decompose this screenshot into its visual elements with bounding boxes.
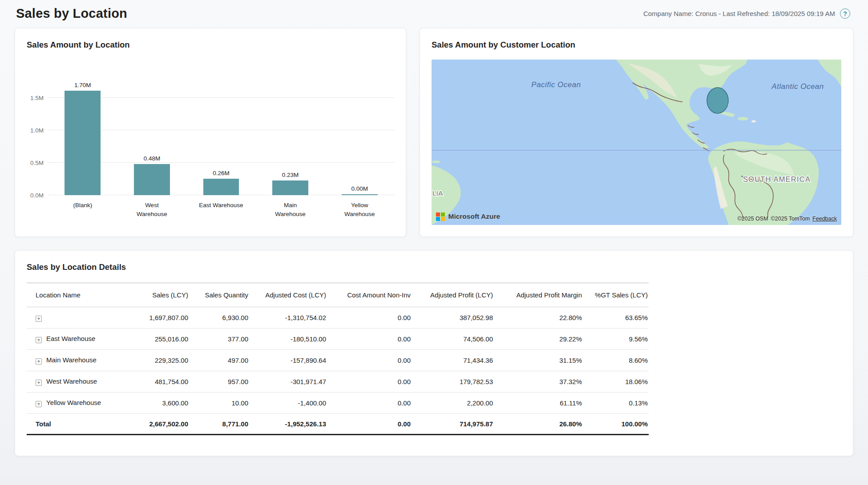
chart-plot-area: 1.70M0.48M0.26M0.23M0.00M — [48, 82, 394, 195]
cell-cost-amount-non-inv: 0.00 — [327, 414, 412, 435]
cell-adjusted-profit-lcy: 74,506.00 — [412, 329, 494, 350]
location-name-text: Total — [36, 420, 51, 428]
location-name-text: Main Warehouse — [46, 356, 97, 364]
x-axis-label-main-warehouse: MainWarehouse — [256, 201, 325, 219]
details-title: Sales by Location Details — [27, 262, 841, 272]
bar-east-warehouse[interactable] — [203, 179, 239, 195]
x-axis-label-west-warehouse: WestWarehouse — [117, 201, 187, 219]
bar-value-label-east-warehouse: 0.26M — [213, 170, 230, 176]
bar-main-warehouse[interactable] — [272, 180, 308, 195]
x-axis-label-blank: (Blank) — [48, 201, 117, 219]
cell-adjusted-profit-margin: 29.22% — [494, 329, 583, 350]
column-header-cost-amount-non-inv[interactable]: Cost Amount Non-Inv — [327, 283, 412, 307]
chart-y-axis: 0.0M0.5M1.0M1.5M — [23, 82, 48, 195]
map-label-pacific-ocean: Pacific Ocean — [531, 80, 581, 89]
location-name-text: East Warehouse — [46, 335, 95, 342]
cell-gt-sales-lcy: 18.06% — [583, 371, 649, 393]
bar-value-label-main-warehouse: 0.23M — [282, 172, 299, 178]
cell-sales-lcy: 3,600.00 — [122, 393, 189, 414]
expand-icon[interactable]: + — [36, 358, 42, 365]
column-header-location-name[interactable]: Location Name — [27, 283, 122, 307]
map-label-australia-partial: LIA — [432, 189, 443, 197]
cell-cost-amount-non-inv: 0.00 — [327, 371, 412, 393]
feedback-link[interactable]: Feedback — [812, 216, 837, 222]
cell-sales-quantity: 377.00 — [189, 329, 249, 350]
column-header-sales-lcy[interactable]: Sales (LCY) — [122, 283, 189, 307]
cell-adjusted-cost-lcy: -1,400.00 — [249, 393, 327, 414]
cell-cost-amount-non-inv: 0.00 — [327, 307, 412, 329]
map-sales-bubble[interactable] — [707, 88, 728, 113]
bar-value-label-blank: 1.70M — [74, 82, 91, 88]
details-total-row: Total2,667,502.008,771.00-1,952,526.130.… — [27, 414, 649, 435]
y-axis-tick-1.5M: 1.5M — [30, 95, 44, 101]
bar-west-warehouse[interactable] — [134, 164, 170, 195]
cell-adjusted-profit-margin: 37.32% — [494, 371, 583, 393]
expand-icon[interactable]: + — [36, 337, 42, 343]
y-axis-tick-0.5M: 0.5M — [30, 160, 44, 166]
company-refresh-info: Company Name: Cronus - Last Refreshed: 1… — [643, 8, 850, 19]
column-header-adjusted-profit-lcy[interactable]: Adjusted Profit (LCY) — [412, 283, 494, 307]
sales-by-location-details-card: Sales by Location Details Location NameS… — [15, 250, 853, 456]
cell-adjusted-profit-margin: 26.80% — [494, 414, 583, 435]
location-name-cell: Total — [27, 414, 122, 435]
expand-icon[interactable]: + — [36, 380, 42, 386]
cell-gt-sales-lcy: 9.56% — [583, 329, 649, 350]
details-table: Location NameSales (LCY)Sales QuantityAd… — [27, 283, 649, 435]
cell-sales-lcy: 2,667,502.00 — [122, 414, 189, 435]
location-name-text: Yellow Warehouse — [46, 399, 101, 406]
column-header-gt-sales-lcy[interactable]: %GT Sales (LCY) — [583, 283, 649, 307]
cell-sales-lcy: 255,016.00 — [122, 329, 189, 350]
map-island-hispaniola — [738, 117, 748, 120]
azure-brand-text: Microsoft Azure — [448, 212, 501, 220]
bar-slot-west-warehouse: 0.48M — [117, 82, 187, 195]
help-icon[interactable]: ? — [840, 8, 850, 19]
cell-sales-quantity: 6,930.00 — [189, 307, 249, 329]
cell-sales-quantity: 10.00 — [189, 393, 249, 414]
details-row-main-warehouse: +Main Warehouse229,325.00497.00-157,890.… — [27, 350, 649, 371]
sales-amount-by-location-card: Sales Amount by Location 0.0M0.5M1.0M1.5… — [15, 28, 406, 237]
details-row-yellow-warehouse: +Yellow Warehouse3,600.0010.00-1,400.000… — [27, 393, 649, 414]
chart-x-axis: (Blank)WestWarehouseEast WarehouseMainWa… — [48, 201, 394, 219]
cell-cost-amount-non-inv: 0.00 — [327, 350, 412, 371]
details-header-row: Location NameSales (LCY)Sales QuantityAd… — [27, 283, 649, 307]
cell-adjusted-profit-lcy: 71,434.36 — [412, 350, 494, 371]
bar-value-label-west-warehouse: 0.48M — [144, 155, 161, 162]
top-cards-row: Sales Amount by Location 0.0M0.5M1.0M1.5… — [15, 28, 853, 237]
cell-sales-lcy: 229,325.00 — [122, 350, 189, 371]
cell-adjusted-profit-margin: 31.15% — [494, 350, 583, 371]
map-copyright: ©2025 OSM ©2025 TomTom Feedback — [738, 216, 837, 222]
cell-adjusted-cost-lcy: -180,510.00 — [249, 329, 327, 350]
page-title: Sales by Location — [16, 6, 127, 21]
copyright-osm: ©2025 OSM — [738, 216, 768, 222]
cell-adjusted-profit-lcy: 714,975.87 — [412, 414, 494, 435]
cell-adjusted-cost-lcy: -1,310,754.02 — [249, 307, 327, 329]
expand-icon[interactable]: + — [36, 316, 42, 322]
azure-map[interactable]: Pacific Ocean Atlantic Ocean SOUTH AMERI… — [432, 60, 841, 225]
bar-slot-main-warehouse: 0.23M — [256, 82, 325, 195]
cell-sales-quantity: 497.00 — [189, 350, 249, 371]
cell-adjusted-profit-margin: 22.80% — [494, 307, 583, 329]
cell-adjusted-profit-margin: 61.11% — [494, 393, 583, 414]
column-header-adjusted-profit-margin[interactable]: Adjusted Profit Margin — [494, 283, 583, 307]
sales-amount-by-customer-location-card: Sales Amount by Customer Location — [420, 28, 853, 237]
location-name-cell: +Yellow Warehouse — [27, 393, 122, 414]
cell-adjusted-profit-lcy: 387,052.98 — [412, 307, 494, 329]
map-island-fragment — [432, 160, 440, 163]
bar-blank[interactable] — [65, 91, 101, 195]
bar-yellow-warehouse[interactable] — [342, 194, 378, 195]
column-header-sales-quantity[interactable]: Sales Quantity — [189, 283, 249, 307]
location-name-cell: +East Warehouse — [27, 329, 122, 350]
location-name-cell: +Main Warehouse — [27, 350, 122, 371]
cell-adjusted-cost-lcy: -301,971.47 — [249, 371, 327, 393]
cell-sales-lcy: 481,754.00 — [122, 371, 189, 393]
location-name-text: West Warehouse — [46, 377, 97, 385]
azure-attribution: Microsoft Azure — [436, 212, 500, 221]
cell-gt-sales-lcy: 63.65% — [583, 307, 649, 329]
cell-gt-sales-lcy: 0.13% — [583, 393, 649, 414]
bar-slot-east-warehouse: 0.26M — [186, 82, 256, 195]
expand-icon[interactable]: + — [36, 401, 42, 407]
cell-cost-amount-non-inv: 0.00 — [327, 329, 412, 350]
microsoft-logo-icon — [436, 212, 445, 221]
bar-slot-blank: 1.70M — [48, 82, 117, 195]
column-header-adjusted-cost-lcy[interactable]: Adjusted Cost (LCY) — [249, 283, 327, 307]
